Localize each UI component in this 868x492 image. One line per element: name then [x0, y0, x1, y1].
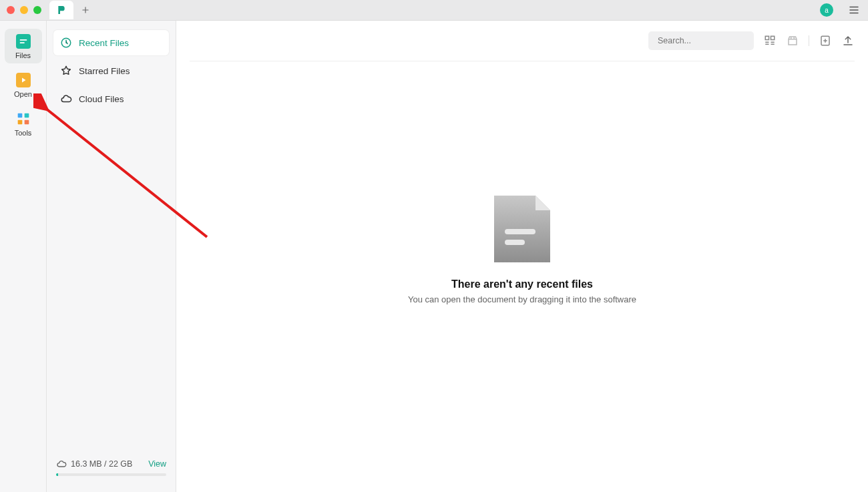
nav-item-label: Starred Files — [79, 66, 130, 76]
new-tab-button[interactable] — [77, 2, 93, 18]
rail-item-files[interactable]: Files — [5, 29, 42, 63]
empty-title: There aren't any recent files — [451, 278, 593, 290]
open-icon — [16, 73, 31, 87]
nav-item-cloud-files[interactable]: Cloud Files — [53, 86, 169, 111]
tools-icon — [16, 111, 31, 126]
hamburger-icon — [848, 4, 860, 16]
rail-item-label: Tools — [15, 129, 32, 137]
storage-bar — [56, 473, 166, 476]
plus-icon — [81, 5, 90, 15]
svg-rect-1 — [19, 42, 24, 43]
user-avatar[interactable]: a — [820, 3, 833, 17]
star-icon — [60, 65, 72, 77]
rail-item-open[interactable]: Open — [5, 67, 42, 102]
left-rail: Files Open Tools — [0, 21, 47, 492]
nav-item-recent-files[interactable]: Recent Files — [53, 30, 169, 55]
rail-item-label: Files — [15, 51, 31, 59]
content-area: There aren't any recent files You can op… — [176, 21, 868, 492]
rail-item-label: Open — [14, 90, 32, 98]
nav-item-label: Cloud Files — [79, 94, 124, 104]
minimize-window-button[interactable] — [20, 6, 28, 14]
svg-rect-5 — [24, 120, 29, 125]
nav-item-label: Recent Files — [79, 38, 129, 48]
app-tab[interactable] — [49, 1, 73, 19]
empty-state: There aren't any recent files You can op… — [176, 35, 868, 465]
svg-rect-11 — [505, 229, 535, 234]
files-icon — [16, 34, 31, 49]
maximize-window-button[interactable] — [33, 6, 41, 14]
close-window-button[interactable] — [7, 6, 15, 14]
clock-icon — [60, 37, 72, 49]
svg-rect-0 — [19, 39, 27, 41]
cloud-icon — [60, 93, 72, 105]
window-controls — [7, 6, 41, 14]
storage-status: 16.3 MB / 22 GB View — [53, 455, 169, 483]
empty-subtitle: You can open the document by dragging it… — [408, 294, 636, 304]
app-logo-icon — [56, 5, 67, 15]
main-menu-button[interactable] — [847, 3, 861, 17]
svg-rect-4 — [17, 120, 22, 125]
storage-view-link[interactable]: View — [148, 459, 166, 469]
titlebar: a — [0, 0, 868, 21]
rail-item-tools[interactable]: Tools — [5, 106, 42, 141]
nav-item-starred-files[interactable]: Starred Files — [53, 58, 169, 83]
storage-text: 16.3 MB / 22 GB — [71, 459, 132, 469]
cloud-icon — [56, 459, 67, 469]
svg-rect-12 — [505, 240, 525, 245]
svg-rect-3 — [24, 113, 29, 118]
document-illustration — [494, 196, 550, 262]
file-nav-sidebar: Recent Files Starred Files Cloud Files 1… — [47, 21, 176, 492]
svg-rect-2 — [17, 113, 22, 118]
